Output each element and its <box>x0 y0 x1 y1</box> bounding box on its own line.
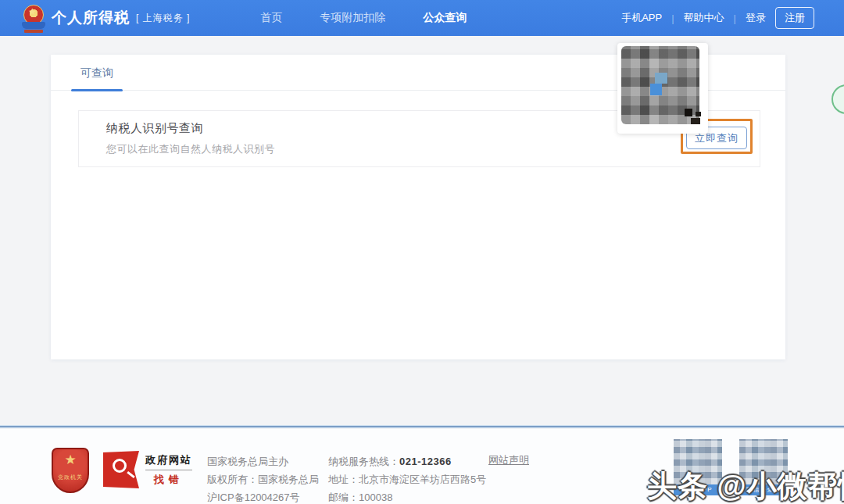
badge-label: 党政机关 <box>58 474 83 481</box>
hotline-number: 021-12366 <box>399 456 452 467</box>
footer-icp: 沪ICP备12004267号 <box>207 488 319 504</box>
brand[interactable]: ★ 个人所得税 [ 上海税务 ] <box>22 4 190 32</box>
site-region: [ 上海税务 ] <box>136 12 190 25</box>
hotline-label: 纳税服务热线： <box>328 456 399 467</box>
mouse-cursor-icon <box>685 109 692 116</box>
site-title: 个人所得税 <box>52 8 130 28</box>
footer-host: 国家税务总局主办 <box>207 452 319 470</box>
mouse-cursor-icon <box>691 118 700 124</box>
site-statement-link[interactable]: 网站声明 <box>488 453 529 467</box>
zip-label: 邮编： <box>328 491 359 503</box>
website-error-report-logo[interactable]: 政府网站 找错 <box>103 451 192 488</box>
qr-blue-pixel <box>650 84 662 95</box>
address-label: 地址： <box>328 474 359 485</box>
flag-magnifier-icon <box>103 451 139 488</box>
footer-copyright-column: 国家税务总局主办 版权所有：国家税务总局 沪ICP备12004267号 <box>207 452 319 504</box>
top-navbar: ★ 个人所得税 [ 上海税务 ] 首页 专项附加扣除 公众查询 手机APP | … <box>0 0 844 36</box>
query-item-title: 纳税人识别号查询 <box>106 121 275 136</box>
badge-star-icon: ★ <box>64 453 76 466</box>
query-item-description: 您可以在此查询自然人纳税人识别号 <box>106 142 275 156</box>
footer-copyright: 版权所有：国家税务总局 <box>207 470 319 488</box>
tax-emblem-icon: ★ <box>22 4 45 32</box>
divider: | <box>734 13 736 24</box>
divider: | <box>671 13 674 24</box>
zip-value: 100038 <box>359 491 392 503</box>
page: ★ 个人所得税 [ 上海税务 ] 首页 专项附加扣除 公众查询 手机APP | … <box>0 0 844 504</box>
mouse-cursor-icon <box>696 112 701 116</box>
tab-queryable[interactable]: 可查询 <box>74 66 120 90</box>
zhaocuo-line1: 政府网站 <box>145 453 192 467</box>
active-tab-underline <box>71 89 123 91</box>
nav-home[interactable]: 首页 <box>260 11 282 25</box>
watermark-text: 头条 @小微帮忙 <box>647 466 844 504</box>
qr-blue-pixel <box>655 73 667 84</box>
zhaocuo-line2: 找错 <box>145 473 192 487</box>
footer-contact-column: 纳税服务热线：021-12366 地址：北京市海淀区羊坊店西路5号 邮编：100… <box>328 452 486 504</box>
nav-special-deduction[interactable]: 专项附加扣除 <box>320 11 385 25</box>
main-nav: 首页 专项附加扣除 公众查询 <box>260 11 467 25</box>
government-badge-icon[interactable]: ★ 党政机关 <box>52 448 89 493</box>
help-center-link[interactable]: 帮助中心 <box>684 11 724 25</box>
footer-separator-line <box>0 425 844 428</box>
nav-public-query[interactable]: 公众查询 <box>423 11 467 25</box>
header-actions: 手机APP | 帮助中心 | 登录 注册 <box>621 7 814 29</box>
address-value: 北京市海淀区羊坊店西路5号 <box>359 474 486 485</box>
mobile-app-link[interactable]: 手机APP <box>621 11 662 25</box>
qr-popup <box>617 43 708 134</box>
register-button[interactable]: 注册 <box>775 7 814 29</box>
login-link[interactable]: 登录 <box>746 11 766 25</box>
floating-widget-partial[interactable] <box>831 84 844 114</box>
